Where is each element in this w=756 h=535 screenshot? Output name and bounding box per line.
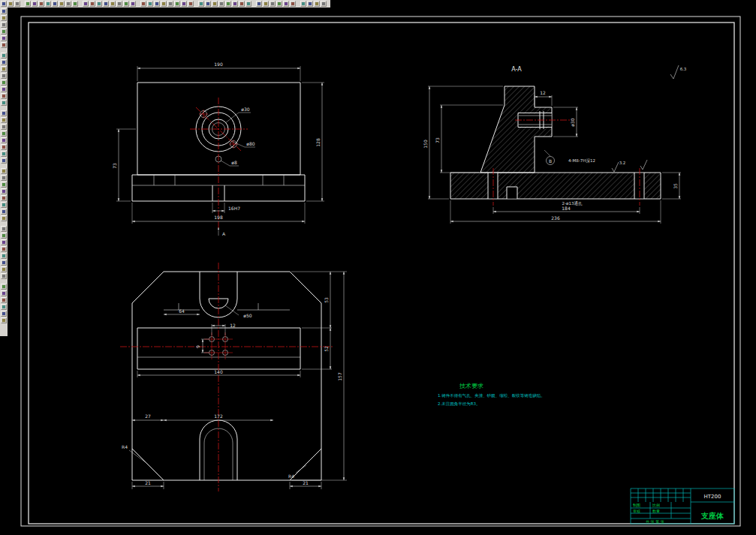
title-block-cell: 审核 — [633, 509, 640, 513]
tech-req-line: 2.未注圆角半径为R3。 — [438, 401, 480, 407]
dim-label: 73 — [435, 137, 440, 143]
section-view: A-A 150 73 — [423, 65, 687, 224]
title-block-cell: 制图 — [633, 503, 640, 508]
dim-label: 190 — [214, 62, 223, 67]
cad-application-window: 190 128 73 ø30 ø80 ø8 16H7 198 A A-A — [0, 0, 756, 535]
dim-label: ø80 — [246, 141, 255, 146]
dim-label: 12 — [230, 323, 236, 328]
dim-label: 198 — [214, 215, 223, 220]
dim-label: 21 — [145, 480, 151, 485]
material-label: HT200 — [704, 494, 721, 500]
dim-label: 236 — [551, 215, 560, 221]
dim-label: 150 — [423, 140, 428, 149]
technical-requirements: 技术要求 1.铸件不得有气孔、夹渣、砂眼、缩松、裂纹等铸造缺陷。 2.未注圆角半… — [438, 383, 545, 407]
part-name: 支座体 — [700, 512, 724, 520]
dim-label: 64 — [179, 308, 185, 314]
dim-label: 172 — [214, 413, 223, 419]
title-block: HT200 支座体 制图 审核 比例 数量 共 张 第 张 — [631, 488, 734, 524]
dim-label: ø30 — [241, 107, 249, 112]
dim-label: ø8 — [231, 160, 237, 165]
roughness-icon: 6.3 — [670, 65, 687, 79]
dim-label: ø50 — [243, 313, 251, 318]
dim-label: 9 — [195, 345, 200, 348]
roughness-icon: 3.2 — [612, 160, 647, 172]
dim-label: R4 — [288, 473, 294, 479]
front-view: 190 128 73 ø30 ø80 ø8 16H7 198 A — [112, 62, 324, 236]
top-view: 64 ø50 12 9 140 53 52 157 27 172 21 — [120, 263, 347, 491]
note-label: 4-M8-7H深12 — [568, 158, 595, 164]
sheet-frame — [21, 17, 740, 526]
dim-label: 73 — [112, 163, 117, 169]
dim-label: 140 — [214, 369, 223, 374]
sheet-note: 共 张 第 张 — [646, 519, 664, 524]
tech-req-title: 技术要求 — [459, 383, 483, 389]
dim-label: R4 — [122, 444, 128, 449]
dim-label: 21 — [303, 480, 309, 485]
dim-label: 35 — [673, 183, 678, 189]
tech-req-line: 1.铸件不得有气孔、夹渣、砂眼、缩松、裂纹等铸造缺陷。 — [438, 393, 545, 398]
roughness-value: 3.2 — [619, 161, 626, 165]
dim-label: 12 — [540, 90, 546, 95]
dim-label: 52 — [324, 346, 329, 352]
section-title: A-A — [511, 66, 522, 73]
title-block-cell: 数量 — [652, 509, 660, 513]
dim-label: 53 — [324, 297, 329, 303]
datum-label: B — [549, 158, 552, 164]
roughness-value: 6.3 — [680, 67, 687, 71]
dim-label: 16H7 — [228, 206, 240, 211]
dim-label: 27 — [145, 413, 151, 419]
dim-label: 184 — [562, 206, 571, 211]
section-arrow-label: A — [222, 231, 226, 236]
note-label: 2-ø13通孔 — [562, 200, 583, 206]
dim-label: 128 — [315, 138, 321, 147]
dim-label: ø30 — [570, 118, 575, 126]
drawing-canvas[interactable]: 190 128 73 ø30 ø80 ø8 16H7 198 A A-A — [0, 0, 756, 535]
dim-label: 157 — [337, 372, 342, 381]
title-block-cell: 比例 — [652, 503, 660, 508]
